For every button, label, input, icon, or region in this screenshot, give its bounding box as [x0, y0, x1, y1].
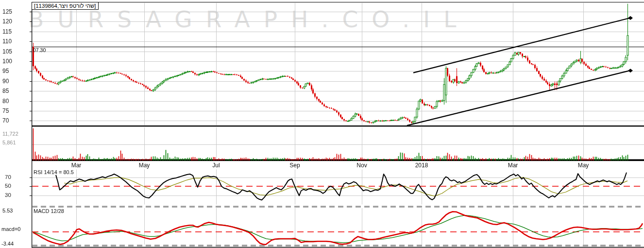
y-axis-price-label: 70 — [2, 117, 9, 124]
y-axis-price-label: 100 — [2, 58, 12, 65]
y-axis-price-label: 115 — [2, 28, 12, 35]
macd-min-label: -3.44 — [1, 241, 14, 247]
volume-axis-label: 11,722 — [2, 131, 18, 137]
y-axis-price-label: 110 — [2, 38, 12, 45]
x-axis-month-label: Nov — [356, 162, 367, 169]
y-axis-price-label: 85 — [2, 88, 9, 94]
stock-chart: BURSAGRAPH.CO.IL [1139864,רציו פטרול יהש… — [0, 0, 644, 248]
y-axis-price-label: 95 — [2, 68, 9, 74]
x-axis-month-label: 2018 — [415, 162, 428, 169]
rsi-axis-label: 30 — [5, 192, 11, 198]
y-axis-price-label: 80 — [2, 98, 9, 105]
macd-indicator-label: MACD 12/28 — [34, 208, 64, 214]
macd-max-label: 5.53 — [2, 208, 13, 213]
rsi-axis-label: 50 — [5, 183, 11, 189]
chart-canvas[interactable] — [0, 0, 644, 248]
rsi-axis-label: 70 — [5, 174, 11, 180]
x-axis-month-label: May — [578, 162, 589, 169]
y-axis-price-label: 105 — [2, 48, 12, 55]
ref-price-label: 07.30 — [33, 47, 46, 53]
y-axis-price-label: 75 — [2, 107, 9, 114]
x-axis-month-label: May — [139, 162, 150, 169]
y-axis-price-label: 120 — [2, 18, 12, 25]
x-axis-month-label: Sep — [289, 162, 300, 169]
y-axis-price-label: 90 — [2, 78, 9, 85]
macd-zero-label: macd=0 — [1, 226, 20, 232]
x-axis-month-label: Mar — [508, 162, 518, 169]
volume-axis-label: 5,861 — [2, 140, 16, 145]
instrument-title: [1139864,רציו פטרול יהש] — [32, 2, 99, 10]
rsi-indicator-label: RSI 14/14 = 80.5 — [34, 169, 74, 175]
x-axis-month-label: Mar — [71, 162, 82, 169]
y-axis-price-label: 125 — [2, 8, 12, 15]
x-axis-month-label: Jul — [212, 162, 220, 169]
